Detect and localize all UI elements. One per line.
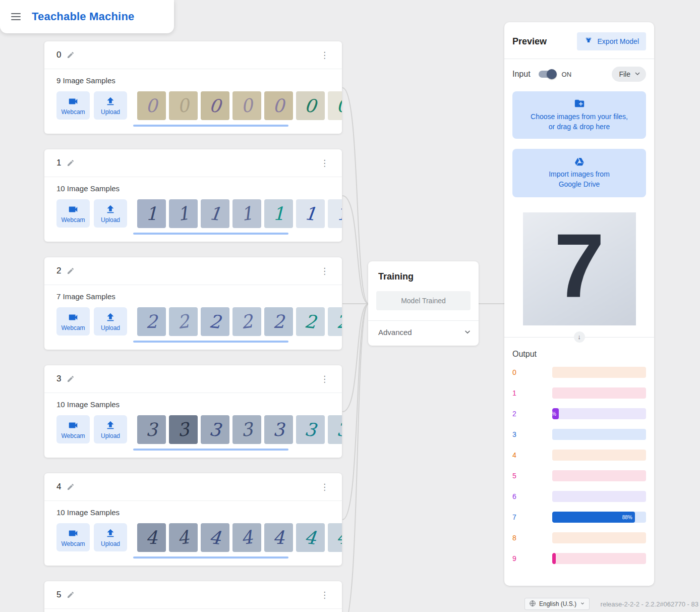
upload-button[interactable]: Upload [94, 307, 127, 336]
sample-digit: 0 [240, 96, 254, 116]
add-folder-icon [574, 98, 585, 109]
language-select[interactable]: English (U.S.) [524, 598, 590, 610]
upload-label: Upload [101, 216, 120, 224]
class-options-button[interactable]: ⋮ [317, 483, 332, 491]
edit-class-name-icon[interactable] [67, 483, 75, 491]
sample-image[interactable]: 4 [328, 523, 342, 552]
sample-image[interactable]: 1 [296, 199, 325, 228]
class-options-button[interactable]: ⋮ [317, 591, 332, 599]
upload-button[interactable]: Upload [94, 199, 127, 228]
confidence-bar [552, 553, 646, 564]
edit-class-name-icon[interactable] [67, 375, 75, 383]
menu-icon[interactable] [11, 13, 21, 20]
upload-button[interactable]: Upload [94, 415, 127, 443]
class-card-body: 10 Image SamplesWebcamUpload3333333 [44, 393, 342, 451]
sample-thumbnails[interactable]: 1111111 [137, 199, 342, 228]
edit-class-name-icon[interactable] [67, 159, 75, 167]
sample-image[interactable]: 4 [169, 523, 198, 552]
sample-image[interactable]: 3 [137, 415, 166, 444]
sample-thumbnails[interactable]: 0000000 [137, 91, 342, 120]
sample-image[interactable]: 4 [264, 523, 293, 552]
sample-image[interactable]: 1 [264, 199, 293, 228]
choose-files-text-line1: Choose images from your files, [531, 112, 628, 122]
sample-image[interactable]: 0 [264, 91, 293, 120]
sample-digit: 4 [177, 528, 190, 547]
input-source-select[interactable]: File [612, 67, 646, 82]
class-options-button[interactable]: ⋮ [317, 51, 332, 60]
sample-image[interactable]: 0 [232, 91, 261, 120]
upload-button[interactable]: Upload [94, 523, 127, 551]
sample-image[interactable]: 1 [232, 199, 261, 228]
export-model-button[interactable]: Export Model [577, 32, 646, 50]
train-model-button[interactable]: Model Trained [376, 291, 471, 310]
class-card-1: 1⋮10 Image SamplesWebcamUpload1111111 [44, 149, 342, 242]
sample-digit: 2 [336, 313, 342, 331]
sample-image[interactable]: 1 [137, 199, 166, 228]
confidence-bar [552, 470, 646, 481]
class-options-button[interactable]: ⋮ [317, 267, 332, 275]
upload-button[interactable]: Upload [94, 91, 127, 120]
class-card-0: 0⋮9 Image SamplesWebcamUpload0000000 [44, 41, 342, 134]
choose-files-dropzone[interactable]: Choose images from your files, or drag &… [512, 91, 646, 139]
thumbnail-scrollbar[interactable] [133, 125, 288, 127]
sample-image[interactable]: 2 [328, 307, 342, 336]
sample-image[interactable]: 4 [201, 523, 229, 552]
sample-image[interactable]: 3 [328, 415, 342, 444]
sample-digit: 3 [336, 421, 342, 439]
class-card-body: 10 Image SamplesWebcamUpload4444444 [44, 501, 342, 559]
webcam-button[interactable]: Webcam [56, 199, 90, 228]
thumbnail-scrollbar[interactable] [133, 557, 288, 559]
sample-image[interactable]: 0 [201, 91, 229, 120]
sample-image[interactable]: 2 [232, 307, 261, 336]
sample-image[interactable]: 2 [137, 307, 166, 336]
sample-image[interactable]: 1 [201, 199, 229, 228]
sample-image[interactable]: 0 [137, 91, 166, 120]
sample-image[interactable]: 2 [296, 307, 325, 336]
preview-panel: Preview Export Model Input ON File Choos… [504, 22, 654, 586]
sample-image[interactable]: 0 [328, 91, 342, 120]
sample-digit: 0 [273, 97, 284, 115]
thumbnail-scrollbar[interactable] [133, 233, 288, 235]
edit-class-name-icon[interactable] [67, 51, 75, 59]
sample-image[interactable]: 3 [232, 415, 261, 444]
sample-image[interactable]: 3 [169, 415, 198, 444]
sample-image[interactable]: 0 [169, 91, 198, 120]
class-options-button[interactable]: ⋮ [317, 375, 332, 383]
sample-image[interactable]: 0 [296, 91, 325, 120]
sample-image[interactable]: 1 [328, 199, 342, 228]
sample-image[interactable]: 3 [264, 415, 293, 444]
import-drive-button[interactable]: Import images from Google Drive [512, 149, 646, 197]
sample-image[interactable]: 2 [169, 307, 198, 336]
sample-thumbnails[interactable]: 4444444 [137, 523, 342, 552]
input-toggle[interactable] [539, 71, 556, 78]
advanced-toggle[interactable]: Advanced [368, 321, 479, 343]
webcam-icon [68, 528, 79, 539]
sample-image[interactable]: 3 [201, 415, 229, 444]
sample-image[interactable]: 3 [296, 415, 325, 444]
webcam-button[interactable]: Webcam [56, 523, 90, 551]
webcam-icon [68, 204, 79, 215]
thumbnail-scrollbar[interactable] [133, 341, 288, 343]
sample-thumbnails[interactable]: 2222222 [137, 307, 342, 336]
sample-image[interactable]: 2 [264, 307, 293, 336]
class-options-button[interactable]: ⋮ [317, 159, 332, 168]
confidence-value: 88% [622, 515, 632, 520]
scroll-to-output-button[interactable]: ↓ [574, 331, 585, 343]
sample-image[interactable]: 1 [169, 199, 198, 228]
sample-image[interactable]: 2 [201, 307, 229, 336]
sample-count-label: 7 Image Samples [56, 292, 342, 301]
sample-digit: 3 [177, 420, 190, 439]
sample-image[interactable]: 4 [296, 523, 325, 552]
webcam-button[interactable]: Webcam [56, 307, 90, 336]
sample-image[interactable]: 4 [232, 523, 261, 552]
thumbnail-scrollbar[interactable] [133, 449, 288, 451]
upload-icon [105, 312, 116, 323]
sample-thumbnails[interactable]: 3333333 [137, 415, 342, 444]
webcam-button[interactable]: Webcam [56, 91, 90, 120]
sample-image[interactable]: 4 [137, 523, 166, 552]
webcam-button[interactable]: Webcam [56, 415, 90, 443]
confidence-bar [552, 429, 646, 440]
output-class-label: 5 [512, 472, 552, 480]
edit-class-name-icon[interactable] [67, 591, 75, 599]
edit-class-name-icon[interactable] [67, 267, 75, 275]
